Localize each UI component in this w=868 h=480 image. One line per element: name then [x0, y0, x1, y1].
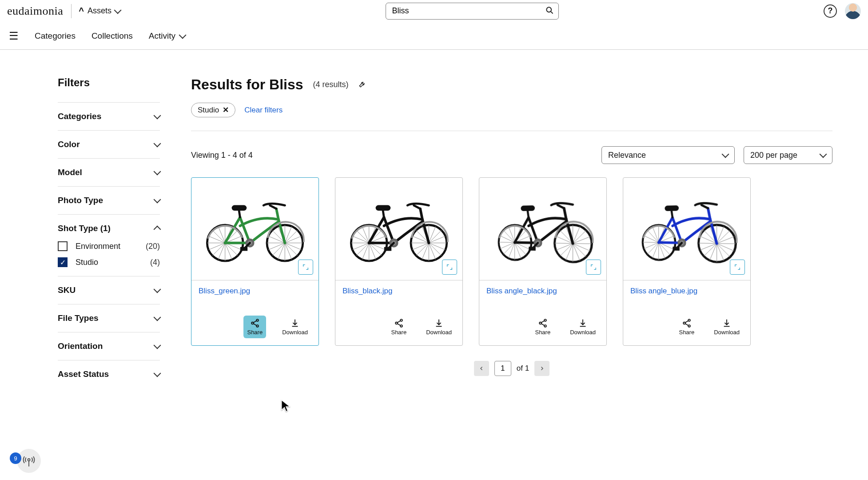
asset-thumbnail[interactable] — [479, 178, 606, 280]
svg-rect-41 — [241, 248, 247, 250]
logo: eudaimonia — [7, 4, 72, 18]
asset-thumbnail[interactable] — [335, 178, 462, 280]
help-icon[interactable]: ? — [824, 4, 837, 18]
chevron-down-icon — [179, 31, 187, 39]
page-of-label: of 1 — [517, 364, 529, 373]
expand-button[interactable] — [298, 260, 313, 275]
sort-select[interactable]: Relevance — [601, 146, 735, 164]
assets-icon: ^ — [79, 6, 84, 16]
svg-line-85 — [414, 205, 420, 209]
expand-button[interactable] — [730, 260, 745, 275]
asset-filename[interactable]: Bliss_green.jpg — [191, 280, 319, 316]
share-label: Share — [247, 329, 263, 336]
option-count: (20) — [146, 242, 160, 251]
topbar-right: ? — [824, 3, 861, 19]
download-button[interactable]: Download — [422, 316, 455, 338]
asset-filename[interactable]: Bliss angle_black.jpg — [479, 280, 606, 316]
filter-label: Categories — [58, 112, 101, 121]
sort-value: Relevance — [608, 151, 646, 160]
svg-rect-84 — [377, 206, 390, 210]
expand-button[interactable] — [586, 260, 601, 275]
share-button[interactable]: Share — [387, 316, 410, 338]
asset-actions: ShareDownload — [191, 316, 319, 345]
search-field[interactable] — [386, 3, 559, 20]
svg-line-132 — [557, 205, 564, 208]
avatar[interactable] — [845, 3, 861, 19]
chip-remove-icon[interactable]: ✕ — [223, 105, 229, 115]
filter-orientation[interactable]: Orientation — [58, 341, 160, 351]
filter-model[interactable]: Model — [58, 168, 160, 177]
filter-file-types[interactable]: File Types — [58, 313, 160, 323]
results-panel: Results for Bliss (4 results) Studio ✕ C… — [160, 76, 868, 388]
filter-categories[interactable]: Categories — [58, 112, 160, 121]
filter-label: Orientation — [58, 341, 103, 351]
filter-photo-type[interactable]: Photo Type — [58, 196, 160, 205]
checkbox-icon[interactable]: ✓ — [58, 257, 68, 267]
wrench-icon[interactable] — [358, 80, 366, 90]
filter-asset-status[interactable]: Asset Status — [58, 369, 160, 379]
nav-collections[interactable]: Collections — [92, 31, 133, 41]
asset-card[interactable]: Bliss_green.jpgShareDownload — [191, 177, 319, 346]
share-button[interactable]: Share — [243, 316, 266, 338]
download-label: Download — [570, 329, 596, 336]
svg-line-104 — [503, 242, 515, 255]
search-icon[interactable] — [545, 6, 554, 16]
svg-line-38 — [270, 205, 276, 209]
asset-filename[interactable]: Bliss angle_blue.jpg — [623, 280, 750, 316]
download-button[interactable]: Download — [710, 316, 743, 338]
share-label: Share — [679, 329, 694, 336]
page-input[interactable] — [494, 361, 511, 376]
svg-line-81 — [429, 230, 442, 243]
next-page-button[interactable] — [534, 361, 549, 376]
svg-line-186 — [685, 321, 688, 323]
asset-actions: ShareDownload — [623, 316, 750, 345]
asset-thumbnail[interactable] — [191, 178, 319, 280]
asset-card[interactable]: Bliss_black.jpgShareDownload — [335, 177, 463, 346]
shot-type-option[interactable]: Environment(20) — [58, 241, 160, 251]
nav-activity[interactable]: Activity — [149, 31, 185, 41]
shot-type-option[interactable]: ✓Studio(4) — [58, 257, 160, 267]
filter-color[interactable]: Color — [58, 140, 160, 149]
share-button[interactable]: Share — [531, 316, 554, 338]
secondary-nav: ☰ Categories Collections Activity — [0, 22, 868, 50]
prev-page-button[interactable] — [474, 361, 489, 376]
svg-line-14 — [212, 230, 225, 243]
perpage-select[interactable]: 200 per page — [744, 146, 832, 164]
clear-filters-link[interactable]: Clear filters — [244, 106, 283, 115]
assets-dropdown[interactable]: ^ Assets — [79, 6, 120, 16]
svg-line-26 — [272, 243, 285, 256]
filter-label: Color — [58, 140, 80, 149]
asset-actions: ShareDownload — [479, 316, 606, 345]
download-button[interactable]: Download — [279, 316, 311, 338]
asset-card[interactable]: Bliss angle_blue.jpgShareDownload — [623, 177, 751, 346]
nav-categories[interactable]: Categories — [35, 31, 76, 41]
search-input[interactable] — [392, 6, 545, 16]
filter-chip-studio[interactable]: Studio ✕ — [191, 103, 235, 117]
svg-line-128 — [573, 230, 586, 244]
filter-label: File Types — [58, 313, 99, 323]
assets-label: Assets — [88, 6, 111, 16]
chevron-down-icon — [820, 151, 827, 158]
svg-line-179 — [701, 205, 708, 208]
filter-label: Shot Type (1) — [58, 224, 111, 233]
svg-line-122 — [554, 243, 573, 244]
checkbox-icon[interactable] — [58, 241, 68, 251]
hamburger-icon[interactable]: ☰ — [9, 31, 19, 41]
share-button[interactable]: Share — [675, 316, 698, 338]
svg-line-1 — [550, 11, 553, 13]
svg-line-53 — [369, 243, 382, 256]
filter-label: Asset Status — [58, 369, 109, 379]
filter-sku[interactable]: SKU — [58, 285, 160, 295]
svg-rect-182 — [674, 248, 679, 250]
notification-badge[interactable]: 9 — [10, 452, 21, 464]
share-label: Share — [391, 329, 406, 336]
download-button[interactable]: Download — [566, 316, 599, 338]
filters-title: Filters — [58, 76, 160, 89]
svg-line-161 — [717, 244, 736, 244]
filter-shot-type[interactable]: Shot Type (1) — [58, 224, 160, 233]
asset-thumbnail[interactable] — [623, 178, 750, 280]
expand-button[interactable] — [442, 260, 457, 275]
svg-line-187 — [685, 324, 688, 326]
asset-filename[interactable]: Bliss_black.jpg — [335, 280, 462, 316]
asset-card[interactable]: Bliss angle_black.jpgShareDownload — [479, 177, 607, 346]
